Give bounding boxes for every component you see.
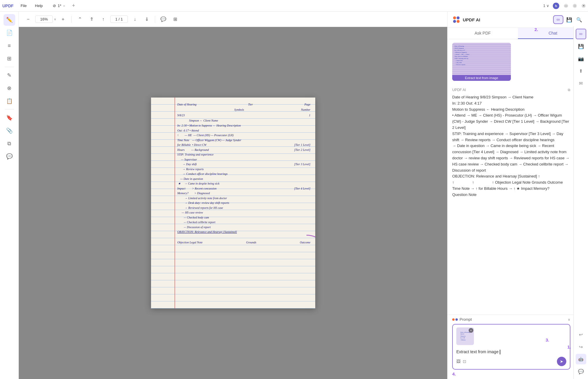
zoom-dropdown-arrow[interactable]: ∨	[54, 18, 56, 21]
ai-input-attachment: Date of Hearing9/8/23SimpsonIn: 2:30• Mo…	[456, 327, 474, 345]
ai-logo-dot-orange	[453, 16, 456, 19]
sidebar-icon-attach[interactable]: 📎	[4, 125, 15, 136]
ai-side-extract[interactable]: 📷	[576, 53, 586, 64]
ai-panel: UPDF AI ∞ 💾 🔍 2. Ask PDF Chat	[447, 12, 588, 379]
sidebar-icon-layers[interactable]: ⧉	[4, 138, 15, 149]
send-button[interactable]: ➤	[557, 357, 566, 366]
tab-close-button[interactable]: ×	[63, 4, 65, 8]
ai-input-area[interactable]: Date of Hearing9/8/23SimpsonIn: 2:30• Mo…	[452, 324, 570, 370]
minimize-button[interactable]: —	[564, 4, 568, 8]
content-area: − 16% ∨ + ⌃ ⇑ ↑ 1 / 1 ↓ ⇓ 💬 ⊞	[19, 12, 588, 379]
infinity-button[interactable]: ∞	[553, 15, 563, 24]
titlebar: UPDF File Help ⊘ 1* × + 1 ∨ h — □ ✕	[0, 0, 588, 12]
ai-side-save[interactable]: 💾	[576, 41, 586, 52]
ai-tab-bar: Ask PDF Chat	[448, 28, 588, 39]
window-count[interactable]: 1 ∨	[543, 4, 549, 8]
close-button[interactable]: ✕	[582, 4, 586, 8]
ai-response-area: UPDF AI ⧉ Date of Hearing 9/8/23 Simpson…	[448, 84, 588, 315]
image-upload-icon[interactable]: 🖼	[456, 359, 460, 364]
maximize-button[interactable]: □	[573, 4, 577, 8]
ai-logo	[452, 16, 460, 24]
sidebar-icon-edit[interactable]: ✏️	[4, 14, 15, 26]
sidebar-icon-form[interactable]: 📋	[4, 95, 15, 107]
chat-image-section: Date of Hearing9/8/23 SimpsonIn: 2:30 Ou…	[448, 39, 588, 84]
ai-side-redo[interactable]: ↪	[576, 342, 586, 352]
page-number: 1 / 1	[110, 16, 128, 23]
tab-bar: ⊘ 1* × +	[49, 2, 77, 10]
zoom-control: 16% ∨	[35, 16, 56, 23]
page-down-button[interactable]: ↓	[130, 15, 140, 24]
attachment-close[interactable]: ×	[469, 328, 473, 333]
ai-panel-header: UPDF AI ∞ 💾 🔍	[448, 12, 588, 28]
save-icon[interactable]: 💾	[565, 16, 573, 24]
pdf-page: Date of Hearing Tier Page Symbols Number…	[151, 98, 315, 308]
titlebar-right: 1 ∨ h — □ ✕	[543, 3, 586, 9]
ai-copy-button[interactable]: ⧉	[568, 88, 570, 92]
ai-side-email[interactable]: ✉	[576, 78, 586, 88]
badge-3: 3.	[545, 337, 549, 343]
user-avatar: h	[553, 3, 559, 9]
sidebar-icon-pdf[interactable]: 📄	[4, 27, 15, 39]
tab-dot: ⊘	[53, 4, 56, 8]
ai-input-text[interactable]: Extract text from image	[456, 349, 499, 354]
app-logo: UPDF	[2, 4, 13, 8]
ai-prompt-label: Prompt	[452, 317, 472, 322]
search-panel-icon[interactable]: 🔍	[575, 16, 583, 24]
page-top-button[interactable]: ⇑	[87, 15, 96, 24]
ai-prompt-header: Prompt ∨	[452, 317, 570, 322]
ai-logo-dot-blue2	[453, 20, 456, 23]
ai-prompt-area: Prompt ∨ Date of Hearing9/8/23SimpsonIn:…	[448, 315, 588, 379]
screenshot-icon[interactable]: ⊡	[463, 359, 466, 364]
ai-side-panel: ∞ 💾 📷 ⬆ ✉ ↩ ↪ 🤖 💬	[573, 26, 588, 379]
badge-4: 4.	[452, 371, 570, 377]
sidebar-icon-bookmark[interactable]: 🔖	[4, 112, 15, 124]
ai-side-export[interactable]: ⬆	[576, 66, 586, 76]
tab-ask-pdf[interactable]: Ask PDF	[448, 28, 518, 39]
menu-file[interactable]: File	[17, 2, 30, 9]
zoom-out-button[interactable]: −	[23, 15, 33, 24]
chat-image-preview: Date of Hearing9/8/23 SimpsonIn: 2:30 Ou…	[452, 43, 511, 81]
ai-response-header: UPDF AI ⧉	[452, 88, 570, 92]
pdf-content: Date of Hearing Tier Page Symbols Number…	[151, 98, 315, 249]
sidebar-icon-stamp[interactable]: ⊗	[4, 82, 15, 94]
left-sidebar: ✏️ 📄 ≡ ⊞ ✎ ⊗ 📋 🔖 📎 ⧉ 💬	[0, 12, 19, 379]
toolbar-divider-1	[71, 16, 72, 23]
page-up2-button[interactable]: ↑	[99, 15, 108, 24]
comment-button[interactable]: 💬	[159, 15, 168, 24]
menu-help[interactable]: Help	[31, 2, 46, 9]
zoom-value[interactable]: 16%	[35, 16, 53, 23]
ai-logo-dot-orange2	[457, 20, 460, 23]
pdf-column: − 16% ∨ + ⌃ ⇑ ↑ 1 / 1 ↓ ⇓ 💬 ⊞	[19, 12, 447, 379]
ai-side-infinity[interactable]: ∞	[576, 29, 586, 39]
ai-side-ai-button[interactable]: 🤖	[576, 354, 586, 364]
ai-input-toolbar: 🖼 ⊡ ➤	[456, 357, 566, 366]
pdf-viewer: Date of Hearing Tier Page Symbols Number…	[19, 27, 447, 379]
tab-add-button[interactable]: +	[70, 2, 77, 9]
tab-document[interactable]: ⊘ 1* ×	[49, 2, 69, 10]
toolbar: − 16% ∨ + ⌃ ⇑ ↑ 1 / 1 ↓ ⇓ 💬 ⊞	[19, 12, 447, 27]
tab-label: 1*	[58, 4, 61, 8]
ai-side-chat[interactable]: 💬	[576, 366, 586, 377]
sidebar-divider-2	[5, 109, 14, 110]
main-layout: ✏️ 📄 ≡ ⊞ ✎ ⊗ 📋 🔖 📎 ⧉ 💬 − 16% ∨ + ⌃	[0, 12, 588, 379]
sidebar-icon-annotate[interactable]: ✎	[4, 69, 15, 81]
ai-panel-title: UPDF AI	[463, 17, 480, 22]
page-up-button[interactable]: ⌃	[75, 15, 84, 24]
toolbar-divider-2	[155, 16, 155, 23]
ai-logo-dot-blue	[457, 16, 460, 19]
page-bottom-button[interactable]: ⇓	[142, 15, 151, 24]
sidebar-icon-grid[interactable]: ⊞	[4, 53, 15, 64]
ai-response-text: Date of Hearing 9/8/23 Simpson → Client …	[452, 94, 570, 198]
badge-2: 2.	[534, 27, 538, 32]
image-label: Extract text from image	[452, 75, 511, 81]
ai-side-undo[interactable]: ↩	[576, 329, 586, 340]
badge-1: 1.	[567, 344, 571, 350]
zoom-in-button[interactable]: +	[58, 15, 68, 24]
menu-bar: File Help	[17, 2, 46, 9]
sidebar-divider-1	[5, 67, 14, 67]
sidebar-icon-ai[interactable]: 💬	[4, 151, 15, 162]
sidebar-icon-list[interactable]: ≡	[4, 40, 15, 52]
prompt-dropdown[interactable]: ∨	[568, 317, 570, 322]
ai-response-label: UPDF AI	[452, 88, 466, 92]
layout-button[interactable]: ⊞	[170, 15, 180, 24]
